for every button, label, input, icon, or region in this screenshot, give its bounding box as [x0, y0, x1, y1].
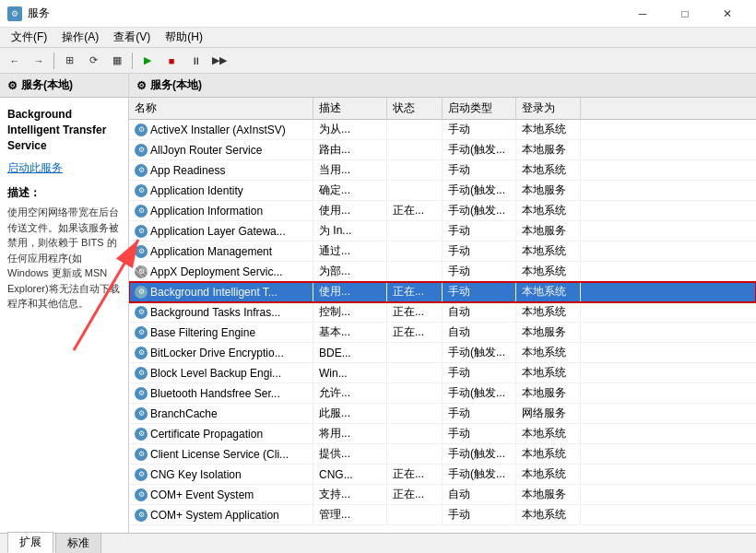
table-row[interactable]: ⚙ Block Level Backup Engi... Win... 手动 本… [129, 363, 756, 383]
menu-view[interactable]: 查看(V) [106, 28, 158, 47]
service-startup-cell: 手动(触发... [443, 140, 516, 159]
table-row[interactable]: ⚙ COM+ System Application 管理... 手动 本地系统 [129, 505, 756, 525]
close-button[interactable]: ✕ [706, 0, 749, 28]
left-panel-header: ⚙ 服务(本地) [0, 74, 128, 98]
pause-button[interactable]: ⏸ [184, 51, 207, 71]
table-body: ⚙ ActiveX Installer (AxInstSV) 为从... 手动 … [129, 120, 756, 525]
service-startup-cell: 手动 [443, 241, 516, 261]
service-desc-cell: 为从... [313, 120, 387, 139]
service-name-cell: ⚙ COM+ System Application [129, 505, 313, 524]
service-logon-cell: 本地系统 [516, 465, 581, 484]
service-extra-cell [581, 160, 599, 180]
col-extra [581, 98, 599, 119]
service-startup-cell: 手动(触发... [443, 465, 516, 484]
service-extra-cell [581, 120, 599, 139]
service-name-cell: ⚙ App Readiness [129, 160, 313, 180]
service-startup-cell: 手动(触发... [443, 444, 516, 464]
service-logon-cell: 本地系统 [516, 120, 581, 139]
service-status-cell [387, 160, 443, 180]
table-row[interactable]: ⚙ ActiveX Installer (AxInstSV) 为从... 手动 … [129, 120, 756, 140]
menu-action[interactable]: 操作(A) [54, 28, 106, 47]
service-extra-cell [581, 404, 599, 423]
maximize-button[interactable]: □ [664, 0, 706, 28]
service-logon-cell: 本地服务 [516, 181, 581, 200]
service-logon-cell: 本地系统 [516, 424, 581, 443]
tab-standard[interactable]: 标准 [55, 533, 101, 553]
table-row[interactable]: ⚙ COM+ Event System 支持... 正在... 自动 本地服务 [129, 485, 756, 505]
service-name: AllJoyn Router Service [150, 144, 262, 157]
service-status-cell [387, 262, 443, 281]
service-startup-cell: 自动 [443, 302, 516, 322]
service-logon-cell: 本地系统 [516, 241, 581, 261]
service-logon-cell: 本地系统 [516, 363, 581, 382]
service-status-cell [387, 241, 443, 261]
service-extra-cell [581, 424, 599, 443]
table-row[interactable]: ⚙ App Readiness 当用... 手动 本地系统 [129, 160, 756, 181]
service-status-cell [387, 221, 443, 241]
service-extra-cell [581, 363, 599, 382]
table-row[interactable]: ⚙ CNG Key Isolation CNG... 正在... 手动(触发..… [129, 465, 756, 485]
service-extra-cell [581, 262, 599, 281]
service-icon: ⚙ [135, 407, 148, 420]
service-extra-cell [581, 282, 599, 301]
service-icon: ⚙ [135, 265, 148, 278]
service-icon: ⚙ [135, 509, 148, 522]
service-startup-cell: 自动 [443, 323, 516, 342]
forward-button[interactable]: → [28, 51, 50, 71]
service-startup-cell: 手动 [443, 282, 516, 301]
col-logon[interactable]: 登录为 [516, 98, 581, 119]
table-row[interactable]: ⚙ Base Filtering Engine 基本... 正在... 自动 本… [129, 323, 756, 343]
stop-button[interactable]: ■ [160, 51, 183, 71]
service-logon-cell: 本地系统 [516, 444, 581, 464]
export-button[interactable]: ▦ [106, 51, 128, 71]
service-name-cell: ⚙ COM+ Event System [129, 485, 313, 504]
tab-expand[interactable]: 扩展 [7, 532, 53, 553]
service-logon-cell: 本地服务 [516, 221, 581, 241]
service-logon-cell: 本地服务 [516, 323, 581, 342]
service-desc-cell: 允许... [313, 383, 387, 403]
service-name-cell: ⚙ Application Identity [129, 181, 313, 200]
service-name-cell: ⚙ BitLocker Drive Encryptio... [129, 343, 313, 362]
service-name-cell: ⚙ Block Level Backup Engi... [129, 363, 313, 382]
table-row[interactable]: ⚙ AppX Deployment Servic... 为部... 手动 本地系… [129, 262, 756, 282]
service-icon: ⚙ [135, 326, 148, 339]
table-row[interactable]: ⚙ Bluetooth Handsfree Ser... 允许... 手动(触发… [129, 383, 756, 404]
table-row[interactable]: ⚙ Client License Service (Cli... 提供... 手… [129, 444, 756, 465]
menu-file[interactable]: 文件(F) [4, 28, 54, 47]
service-name: Block Level Backup Engi... [150, 367, 281, 380]
start-service-link[interactable]: 启动此服务 [7, 160, 121, 176]
table-row[interactable]: ⚙ Application Layer Gatewa... 为 In... 手动… [129, 221, 756, 241]
service-table-container: 名称 描述 状态 启动类型 登录为 ⚙ ActiveX Installer (A… [129, 98, 756, 533]
service-name-cell: ⚙ Application Information [129, 201, 313, 220]
table-row[interactable]: ⚙ BitLocker Drive Encryptio... BDE... 手动… [129, 343, 756, 363]
col-status[interactable]: 状态 [387, 98, 443, 119]
table-row[interactable]: ⚙ Certificate Propagation 将用... 手动 本地系统 [129, 424, 756, 444]
bottom-tabs: 扩展 标准 [0, 533, 756, 553]
service-logon-cell: 本地服务 [516, 485, 581, 504]
restart-button[interactable]: ▶▶ [208, 51, 230, 71]
toolbar-separator-2 [132, 53, 133, 69]
table-row[interactable]: ⚙ Background Tasks Infras... 控制... 正在...… [129, 302, 756, 323]
service-name-cell: ⚙ Background Tasks Infras... [129, 302, 313, 322]
start-button[interactable]: ▶ [136, 51, 159, 71]
service-startup-cell: 手动 [443, 262, 516, 281]
col-startup[interactable]: 启动类型 [443, 98, 516, 119]
col-name[interactable]: 名称 [129, 98, 313, 119]
minimize-button[interactable]: ─ [621, 0, 664, 28]
service-icon: ⚙ [135, 347, 148, 359]
table-row[interactable]: ⚙ Application Information 使用... 正在... 手动… [129, 201, 756, 221]
table-row[interactable]: ⚙ BranchCache 此服... 手动 网络服务 [129, 404, 756, 424]
service-desc-cell: 管理... [313, 505, 387, 524]
refresh-button[interactable]: ⟳ [82, 51, 104, 71]
back-button[interactable]: ← [4, 51, 26, 71]
table-row[interactable]: ⚙ Application Management 通过... 手动 本地系统 [129, 241, 756, 262]
show-hide-tree-button[interactable]: ⊞ [58, 51, 80, 71]
service-name: Application Identity [150, 184, 243, 197]
service-name-cell: ⚙ Certificate Propagation [129, 424, 313, 443]
service-startup-cell: 手动(触发... [443, 343, 516, 362]
col-desc[interactable]: 描述 [313, 98, 387, 119]
menu-help[interactable]: 帮助(H) [158, 28, 210, 47]
table-row[interactable]: ⚙ Application Identity 确定... 手动(触发... 本地… [129, 181, 756, 201]
table-row[interactable]: ⚙ Background Intelligent T... 使用... 正在..… [129, 282, 756, 302]
table-row[interactable]: ⚙ AllJoyn Router Service 路由... 手动(触发... … [129, 140, 756, 160]
